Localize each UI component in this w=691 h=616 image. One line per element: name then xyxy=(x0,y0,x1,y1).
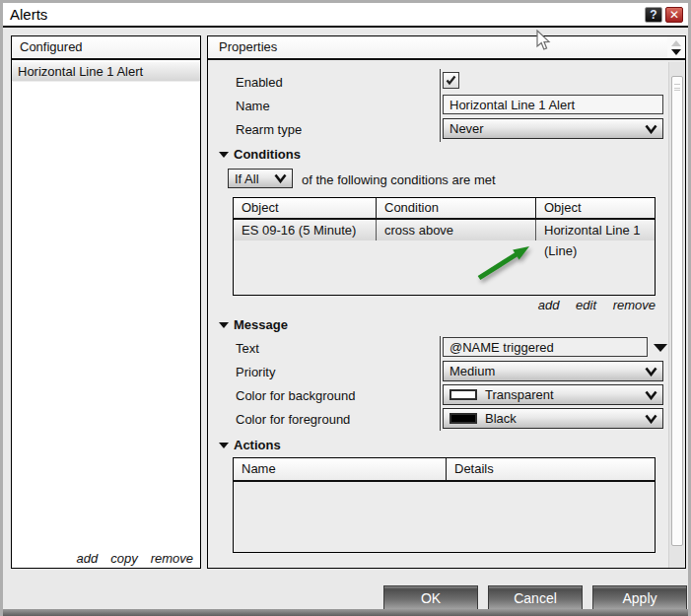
chevron-down-icon xyxy=(645,390,657,400)
enabled-checkbox[interactable] xyxy=(443,72,459,89)
apply-button[interactable]: Apply xyxy=(592,585,687,611)
rearm-type-value: Never xyxy=(449,121,484,136)
column-header: Object xyxy=(234,198,377,218)
chevron-down-icon xyxy=(645,414,657,424)
condition-operator: cross above xyxy=(377,220,536,240)
window-title: Alerts xyxy=(10,6,47,23)
match-mode-suffix: of the following conditions are met xyxy=(302,172,496,187)
properties-scrollbar[interactable] xyxy=(668,62,685,568)
add-alert-link[interactable]: add xyxy=(76,551,98,566)
color-foreground-select[interactable]: Black xyxy=(443,408,663,429)
configured-panel: Configured Horizontal Line 1 Alert add c… xyxy=(11,35,201,569)
chevron-down-icon xyxy=(645,367,657,376)
transparent-swatch-icon xyxy=(449,389,477,400)
actions-collapse-icon[interactable] xyxy=(219,443,229,448)
help-icon: ? xyxy=(650,8,656,22)
conditions-section-title: Conditions xyxy=(234,147,301,162)
properties-header: Properties xyxy=(208,36,685,60)
close-button[interactable]: ✕ xyxy=(665,7,683,23)
ok-button[interactable]: OK xyxy=(383,585,478,611)
alerts-dialog: Alerts ? ✕ Configured Horizontal Line 1 … xyxy=(0,0,691,616)
rearm-type-select[interactable]: Never xyxy=(443,118,663,139)
column-header: Details xyxy=(447,458,655,480)
properties-panel: Properties Enabled Name Rearm type Never xyxy=(207,35,686,569)
color-background-select[interactable]: Transparent xyxy=(443,384,663,405)
checkmark-icon xyxy=(446,75,456,86)
match-mode-select[interactable]: If All xyxy=(228,169,293,188)
list-item-alert[interactable]: Horizontal Line 1 Alert xyxy=(12,62,200,82)
message-section-title: Message xyxy=(234,317,288,332)
priority-select[interactable]: Medium xyxy=(443,361,663,381)
cancel-button[interactable]: Cancel xyxy=(488,585,583,611)
color-background-label: Color for background xyxy=(236,388,355,403)
actions-section-title: Actions xyxy=(234,438,281,452)
conditions-table: Object Condition Object ES 09-16 (5 Minu… xyxy=(233,197,656,296)
chevron-down-icon xyxy=(645,124,657,134)
color-background-value: Transparent xyxy=(485,387,554,402)
name-label: Name xyxy=(236,99,270,113)
header-scroll-buttons xyxy=(667,36,685,58)
message-text-label: Text xyxy=(236,341,259,356)
help-button[interactable]: ? xyxy=(645,7,662,23)
window-bottom-edge xyxy=(3,609,688,616)
priority-value: Medium xyxy=(449,364,495,378)
enabled-label: Enabled xyxy=(236,75,283,90)
configured-list: Horizontal Line 1 Alert xyxy=(12,62,200,546)
condition-object-1: ES 09-16 (5 Minute) xyxy=(234,220,377,240)
message-text-input[interactable] xyxy=(443,337,648,357)
scrollbar-grip-icon xyxy=(674,84,680,91)
conditions-collapse-icon[interactable] xyxy=(219,152,229,158)
color-foreground-label: Color for foreground xyxy=(236,412,350,427)
column-header: Object xyxy=(536,198,655,218)
name-input[interactable] xyxy=(443,95,663,114)
rearm-type-label: Rearm type xyxy=(236,122,302,137)
copy-alert-link[interactable]: copy xyxy=(110,551,137,566)
edit-condition-link[interactable]: edit xyxy=(576,298,596,312)
conditions-table-header: Object Condition Object xyxy=(234,198,655,220)
column-header: Condition xyxy=(377,198,536,218)
color-foreground-value: Black xyxy=(485,411,517,426)
condition-object-2: Horizontal Line 1 (Line) xyxy=(536,220,655,240)
label-control-divider xyxy=(440,336,441,431)
configured-links: add copy remove xyxy=(76,551,193,566)
scrollbar-thumb[interactable] xyxy=(671,76,683,546)
actions-table-header: Name Details xyxy=(234,458,655,482)
label-control-divider xyxy=(440,69,441,142)
scroll-up-icon[interactable] xyxy=(671,40,681,46)
close-icon: ✕ xyxy=(669,8,679,22)
column-header: Name xyxy=(234,458,447,480)
black-swatch-icon xyxy=(449,413,477,424)
add-condition-link[interactable]: add xyxy=(538,298,560,312)
condition-row[interactable]: ES 09-16 (5 Minute) cross above Horizont… xyxy=(234,220,655,240)
actions-table: Name Details xyxy=(233,457,656,553)
chevron-down-icon xyxy=(274,173,287,183)
text-variables-dropdown-icon[interactable] xyxy=(654,344,667,352)
message-collapse-icon[interactable] xyxy=(219,322,229,328)
remove-alert-link[interactable]: remove xyxy=(151,551,193,566)
title-bar[interactable]: Alerts ? ✕ xyxy=(3,3,688,28)
priority-label: Priority xyxy=(236,365,275,379)
remove-condition-link[interactable]: remove xyxy=(613,298,656,312)
configured-header: Configured xyxy=(12,36,200,60)
scroll-down-icon[interactable] xyxy=(671,49,681,55)
conditions-links: add edit remove xyxy=(233,298,656,312)
match-mode-value: If All xyxy=(235,171,259,186)
